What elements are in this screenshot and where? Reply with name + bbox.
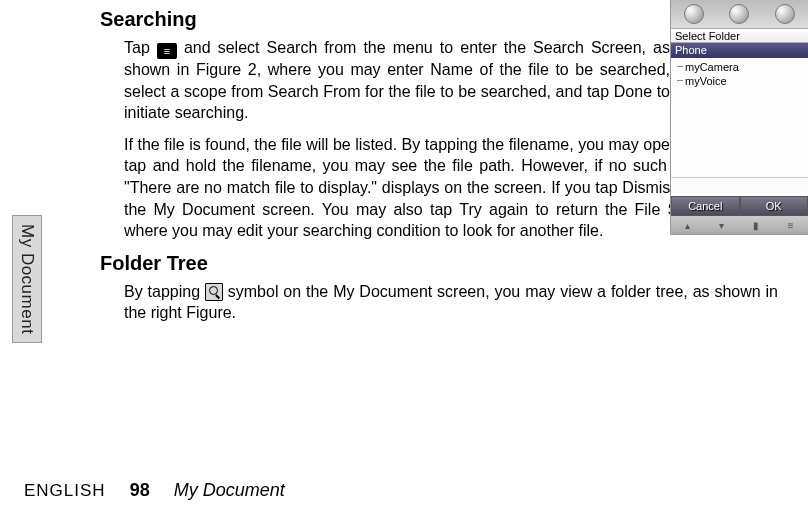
device-titlebar-icon [775, 4, 795, 24]
text-post-icon: and select Search from the menu to enter… [124, 39, 670, 121]
device-screenshot: Select Folder Phone myCamera myVoice Can… [670, 0, 808, 235]
device-softkey-ok[interactable]: OK [740, 196, 809, 216]
section-side-tab: My Document [12, 215, 42, 343]
heading-folder-tree: Folder Tree [100, 252, 778, 275]
device-status-icon: ▾ [719, 220, 724, 231]
device-titlebar-icon [729, 4, 749, 24]
device-status-bar: ▴ ▾ ▮ ≡ [671, 216, 808, 234]
footer-section-title: My Document [174, 480, 285, 501]
device-softkey-cancel[interactable]: Cancel [671, 196, 740, 216]
device-folder-tree: myCamera myVoice [671, 58, 808, 178]
device-folder-item[interactable]: myVoice [685, 74, 808, 88]
device-folder-root[interactable]: Phone [671, 43, 808, 58]
device-titlebar-icon [684, 4, 704, 24]
device-folder-item[interactable]: myCamera [685, 60, 808, 74]
text-pre-search-icon: By tapping [124, 283, 205, 300]
text-pre-icon: Tap [124, 39, 157, 56]
device-status-icon: ≡ [788, 220, 794, 231]
searching-para-1: Tap ≡ and select Search from the menu to… [100, 37, 670, 124]
magnifier-icon [205, 283, 223, 301]
footer-page-number: 98 [130, 480, 150, 501]
page-footer: ENGLISH 98 My Document [0, 480, 808, 501]
footer-language: ENGLISH [24, 481, 106, 501]
menu-list-icon: ≡ [157, 43, 177, 59]
device-titlebar [671, 0, 808, 28]
device-status-icon: ▮ [753, 220, 759, 231]
folder-tree-para: By tapping symbol on the My Document scr… [100, 281, 778, 324]
device-dialog-title: Select Folder [671, 28, 808, 43]
device-status-icon: ▴ [685, 220, 690, 231]
